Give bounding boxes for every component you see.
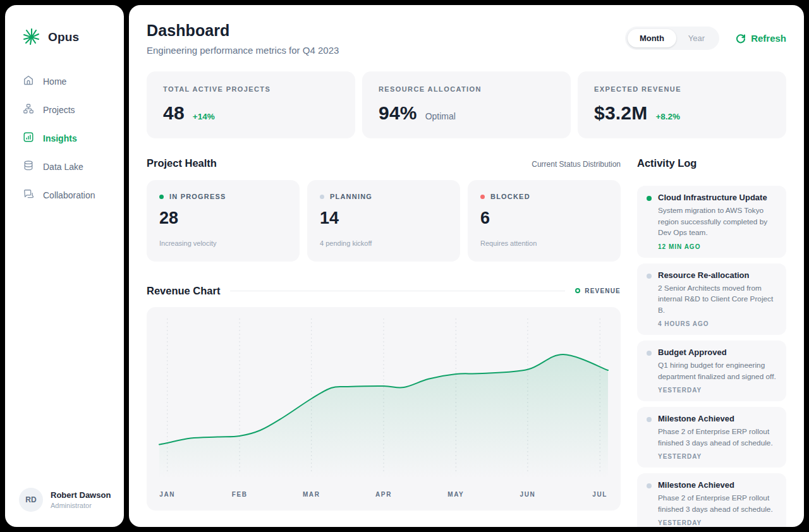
stat-card-expected-revenue: EXPECTED REVENUE $3.2M +8.2% (578, 71, 786, 138)
toggle-year-button[interactable]: Year (676, 29, 717, 47)
activity-dot-gray (647, 351, 652, 356)
health-value: 6 (480, 209, 608, 227)
user-name: Robert Dawson (51, 490, 111, 500)
toggle-month-button[interactable]: Month (628, 29, 676, 47)
sidebar-item-label: Data Lake (43, 162, 83, 172)
sidebar-item-data-lake[interactable]: Data Lake (5, 152, 124, 181)
activity-time: YESTERDAY (658, 387, 777, 394)
project-health-caption: Current Status Distribution (532, 160, 621, 169)
activity-title: Cloud Infrastructure Update (658, 193, 777, 203)
legend-dot-icon (575, 288, 580, 293)
sidebar-item-label: Collaboration (43, 190, 95, 200)
revenue-legend: REVENUE (575, 287, 621, 294)
activity-log-title: Activity Log (637, 157, 786, 169)
activity-desc: Phase 2 of Enterprise ERP rollout finish… (658, 426, 777, 449)
sidebar: Opus Home (5, 5, 124, 527)
activity-item: Milestone Achieved Phase 2 of Enterprise… (637, 473, 786, 527)
activity-time: YESTERDAY (658, 519, 777, 526)
opus-logo-icon (21, 27, 40, 48)
sidebar-nav: Home Projects (5, 67, 124, 209)
sidebar-item-home[interactable]: Home (5, 67, 124, 95)
revenue-area (159, 354, 608, 479)
health-note: Increasing velocity (159, 239, 287, 247)
page-header: Dashboard Engineering performance metric… (147, 21, 786, 56)
stat-status-badge: Optimal (425, 111, 456, 121)
page-title: Dashboard (147, 21, 339, 40)
divider (230, 291, 565, 291)
stats-row: TOTAL ACTIVE PROJECTS 48 +14% RESOURCE A… (147, 71, 786, 138)
activity-time: YESTERDAY (658, 453, 777, 460)
activity-desc: Phase 2 of Enterprise ERP rollout finish… (658, 493, 777, 515)
status-dot-red (480, 195, 485, 199)
activity-item: Resource Re-allocation 2 Senior Architec… (637, 263, 786, 336)
home-icon (23, 75, 34, 88)
activity-title: Resource Re-allocation (658, 270, 777, 281)
chart-month-label: MAY (447, 491, 464, 498)
health-note: Requires attention (480, 239, 608, 247)
activity-item: Budget Approved Q1 hiring budget for eng… (637, 341, 786, 401)
app-window: Opus Home (0, 0, 809, 532)
sidebar-item-label: Projects (43, 105, 75, 115)
activity-title: Milestone Achieved (658, 480, 777, 490)
status-label: BLOCKED (490, 193, 530, 200)
revenue-chart-svg (147, 307, 621, 511)
sidebar-item-label: Insights (43, 133, 77, 143)
health-value: 14 (320, 209, 447, 227)
refresh-icon (736, 33, 746, 44)
health-cards-row: IN PROGRESS 28 Increasing velocity PLANN… (147, 180, 621, 262)
stat-card-total-active-projects: TOTAL ACTIVE PROJECTS 48 +14% (147, 71, 355, 138)
activity-dot-gray (647, 483, 652, 488)
insights-icon (23, 131, 34, 145)
health-card-in-progress: IN PROGRESS 28 Increasing velocity (147, 180, 300, 262)
legend-label: REVENUE (585, 287, 621, 294)
chart-month-label: JAN (159, 491, 175, 498)
chat-icon (23, 188, 34, 202)
stat-label: EXPECTED REVENUE (594, 85, 770, 93)
project-health-title: Project Health (147, 157, 217, 169)
activity-desc: System migration to AWS Tokyo region suc… (658, 205, 777, 239)
activity-dot-gray (647, 417, 652, 422)
chart-month-label: MAR (303, 491, 320, 498)
activity-item: Milestone Achieved Phase 2 of Enterprise… (637, 407, 786, 468)
activity-log: Activity Log Cloud Infrastructure Update… (637, 157, 786, 527)
activity-title: Milestone Achieved (658, 414, 777, 424)
chart-month-label: FEB (232, 491, 248, 498)
period-toggle: Month Year (625, 27, 719, 50)
avatar: RD (19, 488, 43, 512)
health-note: 4 pending kickoff (320, 239, 447, 247)
activity-title: Budget Approved (658, 348, 777, 358)
activity-time: 12 MIN AGO (658, 243, 777, 250)
refresh-label: Refresh (751, 33, 786, 44)
user-profile[interactable]: RD Robert Dawson Administrator (5, 480, 124, 516)
brand-name: Opus (48, 30, 79, 44)
projects-icon (23, 103, 34, 116)
stat-label: RESOURCE ALLOCATION (379, 85, 554, 93)
activity-dot-gray (647, 274, 652, 279)
refresh-button[interactable]: Refresh (736, 33, 786, 44)
activity-desc: Q1 hiring budget for engineering departm… (658, 360, 777, 382)
chart-month-label: APR (375, 491, 392, 498)
sidebar-item-projects[interactable]: Projects (5, 95, 124, 124)
sidebar-item-collaboration[interactable]: Collaboration (5, 181, 124, 209)
chart-month-label: JUL (592, 491, 607, 498)
user-role: Administrator (51, 502, 111, 509)
stat-label: TOTAL ACTIVE PROJECTS (163, 85, 339, 93)
stat-delta-badge: +8.2% (655, 112, 680, 121)
status-label: IN PROGRESS (169, 193, 226, 200)
stat-value: 94% (379, 103, 417, 123)
stat-value: 48 (163, 103, 185, 123)
activity-desc: 2 Senior Architects moved from internal … (658, 283, 777, 317)
status-label: PLANNING (330, 193, 372, 200)
revenue-chart: JANFEBMARAPRMAYJUNJUL (147, 307, 621, 511)
database-icon (23, 160, 34, 173)
health-card-blocked: BLOCKED 6 Requires attention (468, 180, 621, 262)
revenue-chart-title: Revenue Chart (147, 285, 220, 297)
health-value: 28 (159, 209, 287, 227)
activity-item: Cloud Infrastructure Update System migra… (637, 186, 786, 258)
status-dot-gray (320, 195, 324, 199)
sidebar-item-insights[interactable]: Insights (5, 124, 124, 152)
main-panel: Dashboard Engineering performance metric… (129, 5, 804, 527)
page-subtitle: Engineering performance metrics for Q4 2… (147, 45, 339, 56)
stat-value: $3.2M (594, 103, 647, 123)
status-dot-green (159, 195, 164, 199)
